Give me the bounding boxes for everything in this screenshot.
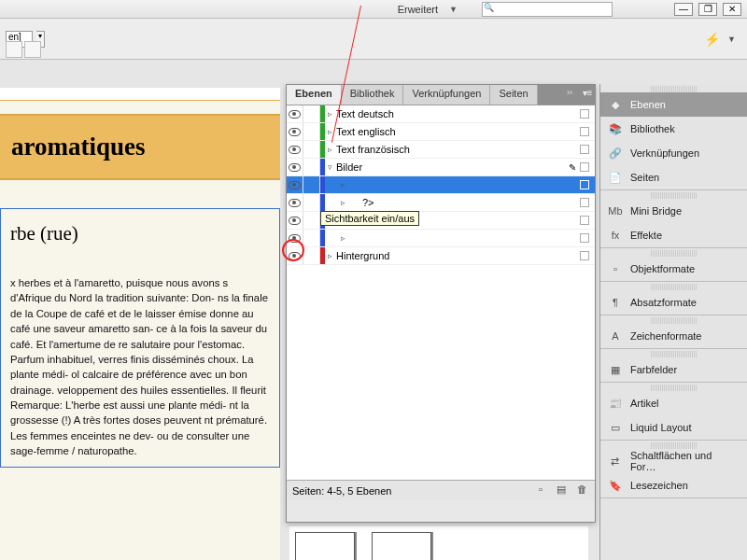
- panel-icon: 📚: [608, 122, 623, 135]
- panel-item-farbfelder[interactable]: ▦Farbfelder: [600, 357, 747, 382]
- quick-apply-dropdown-icon[interactable]: ▼: [727, 35, 736, 44]
- selection-square[interactable]: [580, 251, 589, 260]
- layer-child-row[interactable]: ▹?>Sichtbarkeit ein/aus: [287, 194, 595, 212]
- toolbar-icon-1[interactable]: [6, 41, 22, 58]
- expand-icon[interactable]: ▹: [325, 109, 334, 119]
- panel-item-ebenen[interactable]: ◆Ebenen: [600, 92, 747, 117]
- panel-item-mini-bridge[interactable]: MbMini Bridge: [600, 199, 747, 223]
- selection-square[interactable]: [580, 233, 589, 243]
- lock-toggle[interactable]: [303, 194, 320, 211]
- panel-item-zeichenformate[interactable]: AZeichenformate: [600, 324, 747, 348]
- lock-toggle[interactable]: [303, 123, 320, 140]
- layer-row[interactable]: ▹Text deutsch: [287, 105, 595, 123]
- layer-child-row[interactable]: ▹: [287, 176, 595, 194]
- side-panel-handle[interactable]: [599, 84, 600, 560]
- new-layer-icon[interactable]: ▤: [554, 483, 569, 498]
- panel-grip[interactable]: [651, 192, 697, 199]
- close-button[interactable]: ✕: [723, 3, 741, 16]
- panel-collapse-icon[interactable]: ››: [559, 85, 580, 105]
- doc-body: x herbes et à l'amaretto, puisque nous a…: [10, 275, 270, 459]
- selection-square[interactable]: [580, 109, 589, 119]
- tab-bibliothek[interactable]: Bibliothek: [342, 85, 404, 105]
- panel-icon: ⇄: [608, 455, 623, 468]
- page-thumb[interactable]: [372, 532, 431, 560]
- panel-item-liquid-layout[interactable]: ▭Liquid Layout: [600, 415, 747, 440]
- panel-grip[interactable]: [651, 250, 697, 257]
- lock-toggle[interactable]: [303, 141, 320, 158]
- panel-icon: A: [608, 329, 623, 343]
- selection-square[interactable]: [580, 180, 589, 189]
- layer-name: Text französisch: [334, 144, 580, 155]
- panel-item-effekte[interactable]: fxEffekte: [600, 223, 747, 247]
- visibility-toggle[interactable]: [287, 105, 303, 122]
- panel-item-objektformate[interactable]: ▫Objektformate: [600, 257, 747, 281]
- selection-square[interactable]: [580, 145, 589, 154]
- visibility-toggle[interactable]: [287, 141, 303, 158]
- layer-child-row[interactable]: ▹: [287, 230, 595, 247]
- expand-icon[interactable]: ▹: [325, 251, 334, 260]
- panel-grip[interactable]: [651, 284, 697, 290]
- panel-item-schaltfl-chen-und-for-[interactable]: ⇄Schaltflächen und For…: [600, 449, 747, 473]
- layer-row[interactable]: ▹Hintergrund: [287, 247, 595, 265]
- eye-icon: [289, 110, 301, 119]
- quick-apply-icon[interactable]: ⚡: [704, 32, 720, 47]
- eye-icon: [289, 181, 301, 189]
- layers-status-bar: Seiten: 4-5, 5 Ebenen ▫ ▤ 🗑: [287, 480, 595, 500]
- expand-icon[interactable]: ▹: [338, 233, 347, 243]
- layer-name: Text englisch: [334, 126, 580, 137]
- panel-item-verkn-pfungen[interactable]: 🔗Verknüpfungen: [600, 141, 747, 165]
- side-panels: ◆Ebenen📚Bibliothek🔗Verknüpfungen📄SeitenM…: [599, 84, 747, 560]
- layer-row[interactable]: ▹Text französisch: [287, 141, 595, 159]
- maximize-button[interactable]: ❐: [698, 3, 717, 16]
- panel-grip[interactable]: [651, 86, 697, 92]
- selection-square[interactable]: [580, 216, 589, 225]
- visibility-toggle[interactable]: [287, 212, 303, 229]
- expand-icon[interactable]: ▹: [325, 145, 334, 154]
- selection-square[interactable]: [580, 127, 589, 136]
- tab-ebenen[interactable]: Ebenen: [287, 85, 342, 105]
- panel-label: Absatzformate: [630, 297, 697, 308]
- lock-toggle[interactable]: [303, 247, 320, 264]
- panel-item-absatzformate[interactable]: ¶Absatzformate: [600, 290, 747, 315]
- lock-toggle[interactable]: [303, 212, 320, 229]
- visibility-toggle[interactable]: [287, 123, 303, 140]
- expand-icon[interactable]: ▹: [338, 198, 347, 207]
- tab-seiten[interactable]: Seiten: [490, 85, 537, 105]
- panel-item-bibliothek[interactable]: 📚Bibliothek: [600, 117, 747, 141]
- panel-icon: ¶: [608, 296, 623, 309]
- panel-menu-icon[interactable]: ▾≡: [580, 85, 595, 105]
- panel-item-seiten[interactable]: 📄Seiten: [600, 165, 747, 189]
- visibility-toggle[interactable]: [287, 159, 303, 175]
- panel-grip[interactable]: [651, 317, 697, 324]
- selection-square[interactable]: [580, 162, 589, 172]
- layer-row[interactable]: ▿Bilder✎: [287, 159, 595, 176]
- lock-toggle[interactable]: [303, 176, 320, 193]
- workspace-label[interactable]: Erweitert: [398, 4, 438, 15]
- lock-toggle[interactable]: [303, 230, 320, 246]
- tab-verknuepfungen[interactable]: Verknüpfungen: [403, 85, 490, 105]
- text-frame[interactable]: rbe (rue) x herbes et à l'amaretto, puis…: [0, 208, 280, 468]
- document-view[interactable]: aromatiques rbe (rue) x herbes et à l'am…: [0, 88, 280, 560]
- layers-panel[interactable]: Ebenen Bibliothek Verknüpfungen Seiten ›…: [286, 84, 596, 523]
- delete-layer-icon[interactable]: 🗑: [574, 483, 589, 498]
- minimize-button[interactable]: —: [674, 3, 693, 16]
- expand-icon[interactable]: ▹: [338, 180, 347, 189]
- visibility-toggle[interactable]: [287, 176, 303, 193]
- panel-grip[interactable]: [651, 385, 697, 391]
- workspace-dropdown-icon[interactable]: ▼: [449, 5, 458, 14]
- panel-label: Ebenen: [630, 99, 666, 110]
- new-page-icon[interactable]: ▫: [533, 483, 548, 498]
- panel-item-lesezeichen[interactable]: 🔖Lesezeichen: [600, 473, 747, 497]
- toolbar-icon-2[interactable]: [24, 41, 41, 58]
- lock-toggle[interactable]: [303, 105, 320, 122]
- panel-item-artikel[interactable]: 📰Artikel: [600, 391, 747, 415]
- page-thumb[interactable]: [295, 532, 355, 560]
- expand-icon[interactable]: ▿: [325, 162, 334, 172]
- visibility-toggle[interactable]: [287, 194, 303, 211]
- search-input[interactable]: [482, 2, 613, 17]
- panel-grip[interactable]: [651, 351, 697, 357]
- selection-square[interactable]: [580, 198, 589, 207]
- panel-label: Objektformate: [630, 263, 695, 274]
- panel-grip[interactable]: [651, 442, 697, 449]
- lock-toggle[interactable]: [303, 159, 320, 175]
